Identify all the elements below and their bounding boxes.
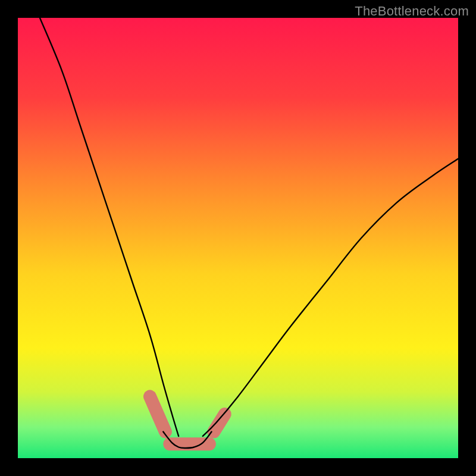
plot-area: [18, 18, 458, 458]
watermark-text: TheBottleneck.com: [355, 4, 469, 19]
series-lines: [40, 18, 458, 448]
curve-layer: [18, 18, 458, 458]
series-left-arm: [40, 18, 178, 436]
marker-band: [150, 396, 225, 444]
marker-segment: [150, 396, 165, 431]
series-right-arm: [203, 159, 458, 436]
chart-frame: TheBottleneck.com: [0, 0, 476, 476]
